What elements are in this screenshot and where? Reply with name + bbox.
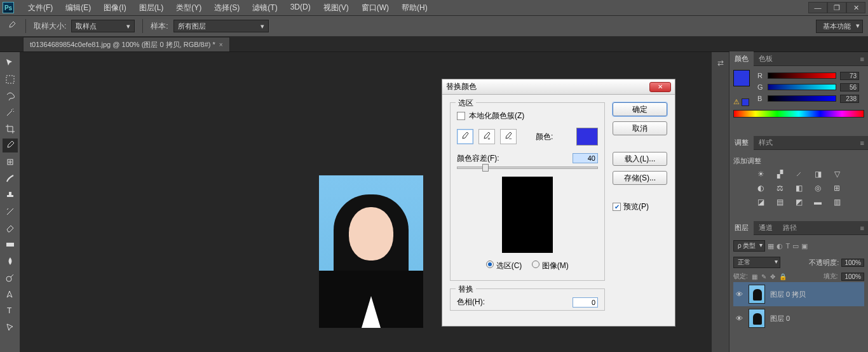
- tab-paths[interactable]: 路径: [778, 220, 802, 235]
- hue-ramp[interactable]: [733, 110, 864, 118]
- cancel-button[interactable]: 取消: [613, 121, 667, 135]
- ok-button[interactable]: 确定: [613, 102, 667, 116]
- history-brush-icon[interactable]: [3, 205, 18, 219]
- load-button[interactable]: 载入(L)...: [613, 152, 667, 166]
- dodge-tool-icon[interactable]: [3, 271, 18, 285]
- tab-swatches[interactable]: 色板: [754, 51, 778, 66]
- collapse-dock-icon[interactable]: ⇄: [717, 58, 724, 67]
- preview-check-icon[interactable]: [613, 203, 621, 211]
- menu-help[interactable]: 帮助(H): [395, 0, 434, 16]
- balance-icon[interactable]: ⚖: [773, 182, 786, 194]
- vibrance-icon[interactable]: ▽: [831, 168, 843, 180]
- blur-tool-icon[interactable]: [3, 254, 18, 268]
- stamp-tool-icon[interactable]: [3, 188, 18, 202]
- b-value[interactable]: 238: [840, 95, 859, 103]
- menu-edit[interactable]: 编辑(E): [59, 0, 97, 16]
- fuzziness-input[interactable]: [573, 153, 598, 163]
- hue-icon[interactable]: ◐: [754, 182, 767, 194]
- levels-icon[interactable]: ▞: [773, 168, 786, 180]
- lock-transparent-icon[interactable]: ▦: [752, 273, 757, 280]
- layer-name[interactable]: 图层 0 拷贝: [770, 290, 806, 299]
- wand-tool-icon[interactable]: [3, 105, 18, 119]
- r-value[interactable]: 73: [840, 72, 859, 80]
- dialog-titlebar[interactable]: 替换颜色 ✕: [442, 79, 675, 95]
- workspace-select[interactable]: 基本功能: [816, 20, 863, 33]
- threshold-icon[interactable]: ◩: [792, 196, 805, 208]
- dialog-close-button[interactable]: ✕: [649, 82, 671, 92]
- brightness-icon[interactable]: ☀: [754, 168, 767, 180]
- lock-all-icon[interactable]: 🔒: [779, 273, 787, 280]
- radio-selection[interactable]: 选区(C): [486, 261, 522, 271]
- path-select-icon[interactable]: [3, 320, 18, 334]
- maximize-button[interactable]: ❐: [827, 2, 846, 13]
- menu-3d[interactable]: 3D(D): [284, 0, 317, 16]
- layer-row[interactable]: 👁 图层 0: [733, 306, 864, 330]
- eyedropper-tool-icon[interactable]: [5, 20, 18, 32]
- layer-thumbnail[interactable]: [749, 309, 765, 328]
- menu-file[interactable]: 文件(F): [22, 0, 59, 16]
- gradient-map-icon[interactable]: ▬: [811, 196, 824, 208]
- opacity-value[interactable]: 100%: [841, 259, 864, 267]
- menu-window[interactable]: 窗口(W): [355, 0, 395, 16]
- pen-tool-icon[interactable]: [3, 287, 18, 301]
- eyedropper-icon[interactable]: [457, 129, 473, 144]
- menu-select[interactable]: 选择(S): [208, 0, 246, 16]
- eyedropper-minus-icon[interactable]: −: [500, 129, 517, 144]
- selected-color-swatch[interactable]: [576, 128, 598, 146]
- tab-styles[interactable]: 样式: [754, 135, 778, 150]
- blend-mode-select[interactable]: 正常: [733, 257, 780, 268]
- eyedropper-plus-icon[interactable]: +: [478, 129, 495, 144]
- localize-checkbox[interactable]: [457, 112, 465, 120]
- posterize-icon[interactable]: ▤: [773, 196, 786, 208]
- r-slider[interactable]: [768, 72, 836, 79]
- curves-icon[interactable]: ⟋: [792, 168, 805, 180]
- layer-kind-filter[interactable]: ρ 类型: [733, 240, 765, 252]
- menu-image[interactable]: 图像(I): [97, 0, 132, 16]
- lock-position-icon[interactable]: ✥: [770, 273, 775, 280]
- preview-checkbox[interactable]: 预览(P): [613, 201, 667, 212]
- menu-view[interactable]: 视图(V): [317, 0, 355, 16]
- tab-adjust[interactable]: 调整: [729, 135, 754, 150]
- document-tab[interactable]: t01364689854c0efe81.jpg @ 100% (图层 0 拷贝,…: [23, 37, 230, 51]
- g-slider[interactable]: [768, 84, 836, 90]
- b-slider[interactable]: [768, 95, 836, 102]
- document-canvas[interactable]: [319, 175, 423, 328]
- save-button[interactable]: 存储(S)...: [613, 171, 667, 185]
- bw-icon[interactable]: ◧: [792, 182, 805, 194]
- fuzziness-slider[interactable]: [457, 166, 598, 169]
- radio-image[interactable]: 图像(M): [532, 261, 568, 271]
- panel-menu-icon[interactable]: ≡: [857, 55, 868, 63]
- hue-input[interactable]: [573, 297, 598, 308]
- heal-tool-icon[interactable]: [3, 155, 18, 169]
- invert-icon[interactable]: ◪: [754, 196, 767, 208]
- panel-menu-icon[interactable]: ≡: [857, 139, 868, 147]
- layer-row[interactable]: 👁 图层 0 拷贝: [733, 282, 864, 306]
- filter-pixel-icon[interactable]: ▦: [768, 242, 774, 250]
- sample-select[interactable]: 所有图层: [173, 20, 269, 32]
- layer-name[interactable]: 图层 0: [770, 314, 790, 323]
- filter-adjust-icon[interactable]: ◐: [776, 242, 783, 250]
- tab-layers[interactable]: 图层: [729, 220, 754, 235]
- mixer-icon[interactable]: ⊞: [831, 182, 843, 194]
- g-value[interactable]: 56: [840, 83, 859, 91]
- menu-type[interactable]: 类型(Y): [170, 0, 208, 16]
- exposure-icon[interactable]: ◨: [811, 168, 824, 180]
- menu-filter[interactable]: 滤镜(T): [246, 0, 283, 16]
- filter-smart-icon[interactable]: ▣: [801, 242, 808, 250]
- brush-tool-icon[interactable]: [3, 172, 18, 186]
- eyedropper-tool-icon[interactable]: [3, 139, 18, 152]
- close-button[interactable]: ✕: [846, 2, 865, 13]
- websafe-swatch[interactable]: [742, 98, 749, 106]
- menu-layer[interactable]: 图层(L): [133, 0, 170, 16]
- visibility-icon[interactable]: 👁: [735, 315, 743, 322]
- selective-icon[interactable]: ▥: [831, 196, 843, 208]
- close-tab-icon[interactable]: ×: [219, 41, 223, 48]
- gradient-tool-icon[interactable]: [3, 238, 18, 252]
- lock-paint-icon[interactable]: ✎: [761, 273, 766, 280]
- visibility-icon[interactable]: 👁: [735, 290, 743, 298]
- minimize-button[interactable]: —: [808, 2, 827, 13]
- photo-filter-icon[interactable]: ◎: [811, 182, 824, 194]
- marquee-tool-icon[interactable]: [3, 72, 18, 86]
- layer-thumbnail[interactable]: [749, 285, 765, 304]
- eraser-tool-icon[interactable]: [3, 221, 18, 235]
